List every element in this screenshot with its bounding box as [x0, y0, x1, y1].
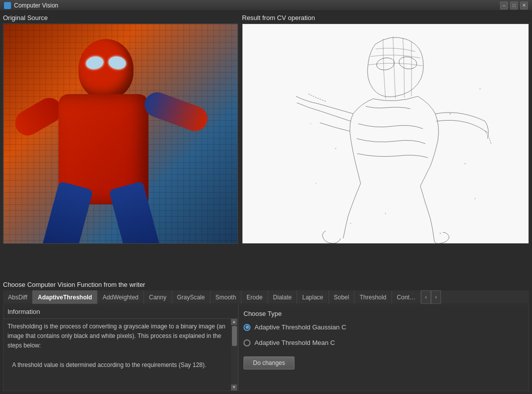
spiderman-head: [78, 39, 134, 99]
info-title: Information: [4, 305, 238, 319]
radio-gaussian-label: Adaptive Threshold Gaussian C: [254, 323, 346, 331]
svg-point-7: [440, 233, 440, 234]
radio-gaussian[interactable]: Adaptive Threshold Gaussian C: [244, 323, 524, 331]
info-scrollbar[interactable]: ▲ ▼: [231, 319, 238, 390]
window-controls: – □ ✕: [500, 2, 528, 10]
info-panel: Information Thresholding is the process …: [4, 305, 238, 390]
tab-erode[interactable]: Erode: [242, 290, 268, 304]
type-panel: Choose Type Adaptive Threshold Gaussian …: [238, 305, 528, 390]
source-image: [3, 24, 238, 244]
svg-rect-0: [276, 24, 495, 243]
tab-bar: AbsDiff AdaptiveThreshold AddWeighted Ca…: [3, 290, 529, 304]
tab-contours[interactable]: Cont…: [392, 290, 421, 304]
title-left: Computer Vision: [4, 2, 58, 9]
tab-scroll-left[interactable]: ‹: [421, 290, 431, 304]
source-image-bg: [4, 24, 238, 243]
svg-point-4: [450, 113, 450, 114]
radio-mean-label: Adaptive Threshold Mean C: [254, 339, 335, 346]
svg-point-8: [350, 223, 351, 224]
content-area: Information Thresholding is the process …: [3, 304, 529, 391]
maximize-button[interactable]: □: [510, 2, 518, 10]
tab-adaptivethreshold[interactable]: AdaptiveThreshold: [32, 290, 98, 304]
info-text-area: Thresholding is the process of convertin…: [4, 319, 238, 390]
close-button[interactable]: ✕: [520, 2, 528, 10]
radio-mean-circle[interactable]: [244, 339, 250, 346]
type-title: Choose Type: [244, 310, 524, 317]
scrollbar-thumb[interactable]: [232, 326, 237, 346]
svg-point-9: [385, 213, 386, 214]
tab-sobel[interactable]: Sobel: [329, 290, 355, 304]
scrollbar-track: [231, 325, 238, 384]
svg-point-3: [335, 148, 336, 149]
main-container: Original Source: [0, 11, 532, 394]
info-text: Thresholding is the process of convertin…: [8, 322, 234, 370]
svg-point-6: [474, 198, 476, 199]
scrollbar-down-btn[interactable]: ▼: [231, 384, 237, 390]
result-panel: Result from CV operation: [242, 14, 529, 278]
tab-dialate[interactable]: Dialate: [268, 290, 297, 304]
app-title: Computer Vision: [14, 2, 58, 9]
do-changes-button[interactable]: Do changes: [244, 356, 294, 369]
titlebar: Computer Vision – □ ✕: [0, 0, 532, 11]
sketch-svg: [242, 24, 528, 243]
top-section: Original Source: [3, 14, 529, 278]
tab-smooth[interactable]: Smooth: [210, 290, 242, 304]
svg-point-11: [310, 123, 312, 124]
radio-mean[interactable]: Adaptive Threshold Mean C: [244, 339, 524, 346]
tab-canny[interactable]: Canny: [144, 290, 172, 304]
scrollbar-up-btn[interactable]: ▲: [231, 319, 237, 325]
svg-point-5: [316, 183, 316, 184]
function-chooser-label: Choose Computer Vision Function from the…: [3, 281, 529, 288]
sketch-canvas: [242, 24, 528, 243]
tab-scroll-right[interactable]: ›: [431, 290, 441, 304]
minimize-button[interactable]: –: [500, 2, 508, 10]
tab-grayscale[interactable]: GrayScale: [172, 290, 210, 304]
tab-threshold[interactable]: Threshold: [354, 290, 392, 304]
svg-point-10: [464, 163, 466, 164]
result-image: [242, 24, 529, 244]
source-panel: Original Source: [3, 14, 238, 278]
tab-absdiff[interactable]: AbsDiff: [3, 290, 32, 304]
bottom-section: Choose Computer Vision Function from the…: [3, 281, 529, 391]
source-label: Original Source: [3, 14, 238, 22]
result-label: Result from CV operation: [242, 14, 529, 22]
svg-point-12: [480, 88, 480, 89]
spiderman-figure: [34, 34, 184, 234]
spiderman-eye-right: [108, 55, 127, 71]
spiderman-eye-left: [85, 55, 104, 71]
radio-gaussian-circle[interactable]: [244, 324, 250, 331]
tab-laplace[interactable]: Laplace: [297, 290, 328, 304]
tab-addweighted[interactable]: AddWeighted: [98, 290, 144, 304]
app-icon: [4, 2, 11, 9]
